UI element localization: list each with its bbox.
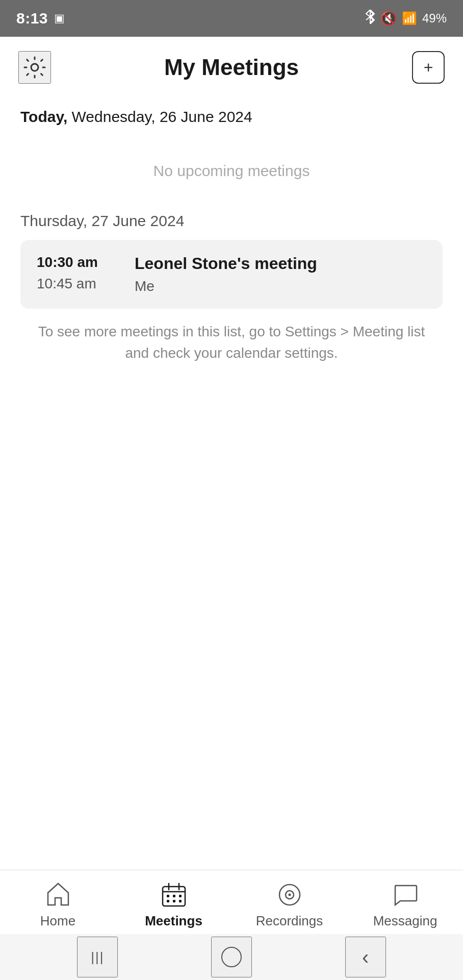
meeting-times: 10:30 am 10:45 am [37, 254, 118, 292]
status-time: 8:13 [16, 10, 48, 27]
messaging-nav-icon [391, 880, 420, 909]
nav-item-meetings[interactable]: Meetings [133, 880, 215, 929]
android-back-button[interactable]: ‹ [345, 937, 386, 977]
svg-rect-10 [179, 900, 182, 902]
svg-rect-6 [173, 895, 175, 897]
meeting-time-end: 10:45 am [37, 276, 118, 292]
svg-point-13 [288, 894, 291, 896]
svg-point-0 [31, 64, 38, 71]
bluetooth-icon [365, 10, 375, 27]
meeting-name: Leonel Stone's meeting [135, 254, 317, 273]
meetings-icon [161, 881, 187, 908]
svg-rect-5 [167, 895, 169, 897]
settings-button[interactable] [18, 51, 51, 84]
page-header: My Meetings + [0, 37, 463, 94]
status-left: 8:13 ▣ [16, 10, 65, 27]
recent-apps-icon: ||| [91, 949, 104, 965]
home-nav-icon [44, 880, 72, 909]
android-home-button[interactable] [211, 937, 252, 977]
today-date-header: Today, Wednesday, 26 June 2024 [20, 108, 443, 126]
meeting-card[interactable]: 10:30 am 10:45 am Leonel Stone's meeting… [20, 240, 443, 309]
nav-item-messaging[interactable]: Messaging [365, 880, 446, 929]
messaging-icon [392, 881, 419, 908]
battery-status: 49% [422, 11, 447, 26]
add-meeting-button[interactable]: + [412, 51, 445, 84]
add-icon: + [424, 59, 433, 76]
status-right: 🔇 📶 49% [365, 10, 447, 27]
svg-rect-7 [179, 895, 182, 897]
android-recent-button[interactable]: ||| [77, 937, 118, 977]
android-home-icon [221, 947, 242, 967]
nav-item-home[interactable]: Home [17, 880, 99, 929]
bottom-navigation: Home Meetings [0, 870, 463, 934]
gear-icon [22, 55, 47, 80]
mute-icon: 🔇 [380, 11, 397, 27]
thursday-date-header: Thursday, 27 June 2024 [20, 212, 443, 230]
meeting-time-start: 10:30 am [37, 254, 118, 271]
android-nav-bar: ||| ‹ [0, 934, 463, 980]
video-indicator-icon: ▣ [54, 12, 65, 25]
main-content: Today, Wednesday, 26 June 2024 No upcomi… [0, 94, 463, 870]
home-nav-label: Home [40, 913, 75, 929]
nav-item-recordings[interactable]: Recordings [249, 880, 330, 929]
no-meetings-label: No upcoming meetings [20, 138, 443, 208]
meetings-nav-label: Meetings [145, 913, 202, 929]
meeting-details: Leonel Stone's meeting Me [135, 254, 317, 295]
meeting-organizer: Me [135, 278, 317, 295]
page-title: My Meetings [164, 55, 299, 80]
meetings-nav-icon [160, 880, 188, 909]
recordings-nav-label: Recordings [256, 913, 323, 929]
recordings-nav-icon [275, 880, 304, 909]
today-date: Wednesday, 26 June 2024 [72, 108, 252, 125]
status-bar: 8:13 ▣ 🔇 📶 49% [0, 0, 463, 37]
svg-rect-9 [173, 900, 175, 902]
messaging-nav-label: Messaging [373, 913, 438, 929]
settings-hint: To see more meetings in this list, go to… [20, 321, 443, 364]
recordings-icon [276, 881, 303, 908]
today-label: Today, [20, 108, 67, 125]
android-back-icon: ‹ [362, 946, 369, 969]
home-icon [45, 881, 71, 908]
svg-rect-8 [167, 900, 169, 902]
wifi-icon: 📶 [402, 11, 417, 26]
